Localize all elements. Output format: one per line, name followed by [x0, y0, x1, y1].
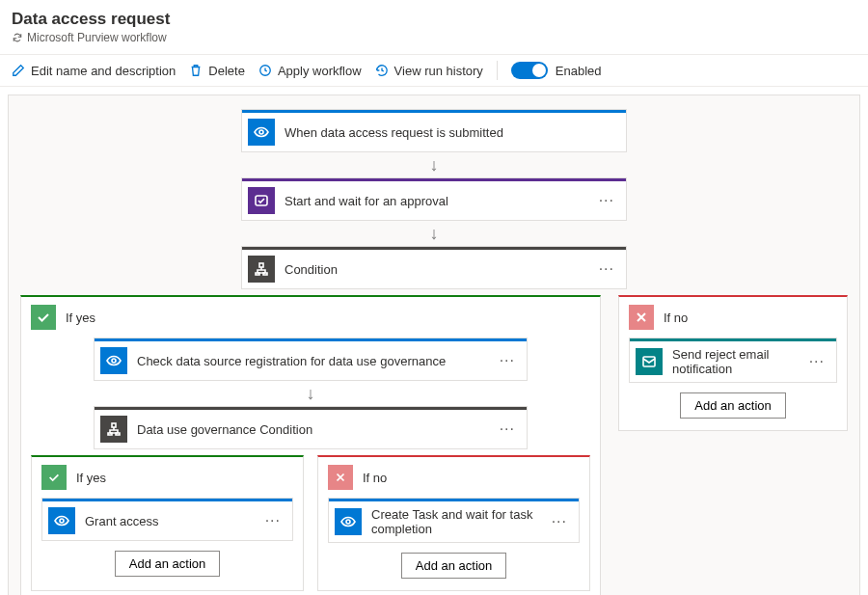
delete-button[interactable]: Delete — [189, 64, 245, 78]
pencil-icon — [12, 64, 25, 77]
check-icon — [41, 465, 67, 490]
toggle-icon — [511, 62, 548, 79]
edit-name-button[interactable]: Edit name and description — [12, 64, 176, 78]
more-icon[interactable]: ··· — [548, 513, 571, 530]
create-task-title: Create Task and wait for task completion — [371, 507, 538, 536]
condition-icon — [100, 416, 127, 443]
approval-icon — [248, 187, 275, 214]
more-icon[interactable]: ··· — [496, 420, 519, 438]
inner-no-label: If no — [363, 471, 387, 485]
apply-label: Apply workflow — [278, 64, 362, 78]
subtitle: Microsoft Purview workflow — [12, 31, 856, 44]
more-icon[interactable]: ··· — [805, 353, 828, 370]
more-icon[interactable]: ··· — [595, 192, 618, 209]
grant-title: Grant access — [85, 514, 252, 528]
subtitle-text: Microsoft Purview workflow — [27, 31, 167, 44]
arrow-icon: ↓ — [430, 225, 439, 242]
inner-if-no-branch: If no Create Task and wait for task comp… — [317, 455, 590, 591]
enabled-toggle[interactable]: Enabled — [511, 62, 602, 79]
arrow-icon: ↓ — [430, 156, 439, 174]
gov-cond-title: Data use governance Condition — [137, 422, 486, 437]
svg-point-1 — [259, 130, 263, 134]
page-title: Data access request — [12, 10, 856, 29]
if-no-branch: If no Send reject email notification ···… — [618, 295, 848, 431]
approval-title: Start and wait for an approval — [285, 194, 585, 208]
enabled-label: Enabled — [556, 64, 602, 78]
svg-rect-5 — [263, 273, 267, 275]
svg-rect-13 — [643, 357, 655, 366]
view-history-button[interactable]: View run history — [375, 64, 483, 78]
edit-label: Edit name and description — [31, 64, 176, 78]
svg-rect-7 — [112, 423, 116, 427]
grant-access-card[interactable]: Grant access ··· — [41, 498, 293, 541]
if-yes-branch: If yes Check data source registration fo… — [20, 295, 601, 595]
trigger-card[interactable]: When data access request is submitted — [241, 109, 627, 152]
if-yes-label: If yes — [66, 311, 95, 325]
check-icon — [31, 305, 56, 330]
add-action-button[interactable]: Add an action — [680, 392, 786, 419]
svg-rect-4 — [256, 273, 259, 275]
approval-card[interactable]: Start and wait for an approval ··· — [241, 177, 627, 221]
apply-workflow-button[interactable]: Apply workflow — [258, 64, 362, 78]
condition-card[interactable]: Condition ··· — [241, 246, 627, 289]
refresh-icon — [12, 32, 23, 43]
mail-icon — [636, 348, 663, 375]
governance-condition-card[interactable]: Data use governance Condition ··· — [94, 406, 528, 449]
svg-point-10 — [60, 519, 64, 523]
delete-label: Delete — [208, 64, 245, 78]
add-action-button[interactable]: Add an action — [401, 553, 507, 579]
send-reject-card[interactable]: Send reject email notification ··· — [629, 338, 837, 383]
if-no-label: If no — [664, 311, 688, 325]
svg-point-11 — [346, 520, 350, 524]
more-icon[interactable]: ··· — [496, 352, 519, 369]
trigger-title: When data access request is submitted — [285, 125, 618, 140]
trash-icon — [189, 64, 203, 77]
svg-point-6 — [112, 359, 116, 363]
send-reject-title: Send reject email notification — [672, 347, 796, 376]
add-action-button[interactable]: Add an action — [115, 551, 221, 577]
svg-rect-8 — [108, 433, 112, 435]
arrow-icon: ↓ — [307, 385, 315, 402]
condition-icon — [248, 256, 275, 283]
check-registration-card[interactable]: Check data source registration for data … — [94, 338, 528, 381]
more-icon[interactable]: ··· — [595, 260, 618, 278]
eye-icon — [248, 119, 275, 146]
history-label: View run history — [394, 64, 483, 78]
x-icon — [328, 465, 353, 490]
history-icon — [375, 64, 389, 77]
eye-icon — [335, 508, 362, 535]
x-icon — [629, 305, 654, 330]
svg-rect-3 — [259, 263, 263, 267]
eye-icon — [100, 347, 127, 374]
workflow-canvas: When data access request is submitted ↓ … — [8, 95, 860, 595]
inner-if-yes-branch: If yes Grant access ··· — [31, 455, 304, 591]
toolbar: Edit name and description Delete Apply w… — [0, 54, 868, 87]
condition-title: Condition — [285, 262, 585, 277]
create-task-card[interactable]: Create Task and wait for task completion… — [328, 498, 580, 543]
more-icon[interactable]: ··· — [261, 512, 285, 529]
divider — [497, 61, 498, 80]
check-reg-title: Check data source registration for data … — [137, 354, 486, 368]
svg-rect-9 — [116, 433, 120, 435]
inner-yes-label: If yes — [76, 471, 106, 485]
apply-icon — [258, 64, 272, 77]
eye-icon — [48, 507, 75, 534]
